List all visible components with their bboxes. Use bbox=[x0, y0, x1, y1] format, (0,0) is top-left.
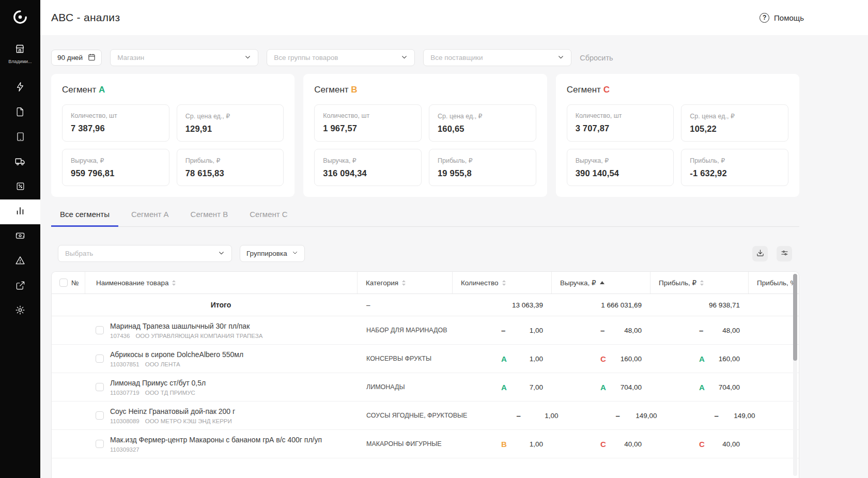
stat-avg-price: Ср. цена ед., ₽105,22 bbox=[681, 104, 788, 142]
tab-segment-c[interactable]: Сегмент C bbox=[241, 208, 296, 227]
table-row[interactable]: Маринад Трапеза шашлычный 30г пл/пак 107… bbox=[52, 316, 799, 345]
sliders-icon bbox=[781, 249, 788, 258]
segment-card-a: Сегмент A Количество, шт7 387,96 Ср. цен… bbox=[51, 74, 295, 197]
content: 90 дней Магазин Все группы товаров Все п… bbox=[40, 35, 868, 478]
product-code: 110307719 bbox=[110, 390, 140, 396]
table-settings-button[interactable] bbox=[777, 246, 792, 261]
product-code: 107436 bbox=[110, 333, 130, 339]
stat-avg-price: Ср. цена ед., ₽129,91 bbox=[177, 104, 284, 142]
sort-icon bbox=[172, 280, 176, 286]
truck-icon bbox=[15, 156, 26, 169]
reset-filters-link[interactable]: Сбросить bbox=[580, 54, 613, 62]
table-row[interactable]: Мак.изд Фермер-центр Макароны с бананом … bbox=[52, 430, 799, 458]
product-category: МАКАРОНЫ ФИГУРНЫЕ bbox=[357, 440, 452, 448]
store-select-placeholder: Магазин bbox=[117, 54, 144, 61]
sidebar: Владими... bbox=[0, 0, 40, 478]
grouping-label: Группировка bbox=[246, 250, 287, 257]
choose-products-select[interactable]: Выбрать bbox=[58, 245, 232, 262]
revenue-segment: C bbox=[600, 354, 606, 363]
row-checkbox[interactable] bbox=[96, 383, 104, 391]
table-row[interactable]: Абрикосы в сиропе DolcheAlbero 550мл 110… bbox=[52, 345, 799, 373]
quantity-value: 7,00 bbox=[530, 383, 543, 391]
column-header-profit-percent[interactable]: Прибыль, % bbox=[748, 272, 799, 294]
table-controls: Выбрать Группировка bbox=[51, 245, 799, 262]
export-button[interactable] bbox=[752, 246, 768, 261]
suppliers-placeholder: Все поставщики bbox=[430, 54, 483, 61]
chevron-down-icon bbox=[244, 54, 251, 62]
sidebar-item-payments[interactable] bbox=[0, 224, 40, 249]
quantity-segment: A bbox=[501, 383, 507, 392]
profit-segment: A bbox=[699, 383, 705, 392]
sidebar-item-alerts[interactable] bbox=[0, 249, 40, 274]
quantity-value: 1,00 bbox=[530, 355, 543, 363]
product-groups-select[interactable]: Все группы товаров bbox=[267, 49, 415, 66]
column-header-quantity[interactable]: Количество bbox=[452, 272, 551, 294]
revenue-value: 704,00 bbox=[621, 383, 642, 391]
chevron-down-icon bbox=[292, 250, 298, 257]
stat-profit: Прибыль, ₽19 955,8 bbox=[429, 149, 536, 186]
quantity-segment: – bbox=[501, 326, 505, 335]
column-header-name[interactable]: Наименование товара bbox=[85, 272, 357, 294]
help-button[interactable]: ? Помощь bbox=[760, 13, 804, 23]
profit-value: 704,00 bbox=[719, 383, 740, 391]
revenue-value: 149,00 bbox=[636, 412, 657, 420]
grouping-select[interactable]: Группировка bbox=[240, 245, 305, 262]
product-name: Абрикосы в сиропе DolcheAlbero 550мл bbox=[110, 350, 243, 359]
warning-icon bbox=[15, 255, 25, 268]
column-header-profit[interactable]: Прибыль, ₽ bbox=[650, 272, 748, 294]
product-supplier: ООО ЛЕНТА bbox=[145, 361, 180, 367]
suppliers-select[interactable]: Все поставщики bbox=[423, 49, 571, 66]
document-icon bbox=[16, 107, 25, 119]
products-table: № Наименование товара Категория Количест… bbox=[51, 271, 799, 478]
wallet-icon bbox=[15, 230, 25, 243]
sidebar-item-promotions[interactable] bbox=[0, 175, 40, 199]
product-groups-placeholder: Все группы товаров bbox=[274, 54, 338, 61]
tablet-icon bbox=[16, 132, 25, 144]
tab-segment-a[interactable]: Сегмент A bbox=[122, 208, 178, 227]
row-checkbox[interactable] bbox=[96, 326, 104, 334]
stat-profit: Прибыль, ₽78 615,83 bbox=[177, 149, 284, 186]
external-link-icon bbox=[16, 281, 25, 292]
column-header-revenue[interactable]: Выручка, ₽ bbox=[551, 272, 650, 294]
lightning-icon bbox=[15, 82, 25, 94]
tab-all-segments[interactable]: Все сегменты bbox=[51, 208, 118, 227]
column-header-category[interactable]: Категория bbox=[357, 272, 452, 294]
revenue-segment: – bbox=[615, 411, 619, 420]
table-row[interactable]: Соус Heinz Гранатовый дой-пак 200 г 1103… bbox=[52, 402, 799, 430]
row-checkbox[interactable] bbox=[96, 411, 104, 420]
app-root: Владими... bbox=[0, 0, 868, 478]
period-label: 90 дней bbox=[57, 54, 83, 61]
sidebar-item-supply[interactable] bbox=[0, 150, 40, 175]
quantity-value: 1,00 bbox=[530, 440, 543, 448]
sidebar-item-devices[interactable] bbox=[0, 125, 40, 150]
sidebar-item-abc-analysis[interactable] bbox=[0, 199, 40, 224]
product-supplier: ООО МЕТРО КЭШ ЭНД КЕРРИ bbox=[145, 418, 232, 424]
discount-icon bbox=[16, 181, 25, 193]
main-area: АВС - анализ ? Помощь 90 дней Магазин Вс… bbox=[40, 0, 868, 478]
sidebar-item-documents[interactable] bbox=[0, 100, 40, 125]
select-all-checkbox[interactable] bbox=[59, 279, 68, 287]
stat-quantity: Количество, шт7 387,96 bbox=[62, 104, 169, 142]
totals-label: Итого bbox=[85, 301, 357, 309]
sidebar-item-store[interactable]: Владими... bbox=[8, 43, 32, 64]
product-name: Мак.изд Фермер-центр Макароны с бананом … bbox=[110, 436, 322, 444]
page-title: АВС - анализ bbox=[51, 11, 120, 24]
sidebar-item-external[interactable] bbox=[0, 274, 40, 299]
sidebar-item-quick-actions[interactable] bbox=[0, 75, 40, 100]
scrollbar-thumb[interactable] bbox=[793, 274, 797, 361]
column-header-number: № bbox=[52, 272, 85, 294]
stat-quantity: Количество, шт3 707,87 bbox=[567, 104, 674, 142]
profit-value: 149,00 bbox=[734, 412, 755, 420]
period-button[interactable]: 90 дней bbox=[51, 50, 102, 66]
row-checkbox[interactable] bbox=[96, 354, 104, 363]
totals-category: – bbox=[357, 301, 452, 309]
profit-segment: C bbox=[699, 440, 705, 449]
row-checkbox[interactable] bbox=[96, 440, 104, 448]
table-row[interactable]: Лимонад Примус ст/бут 0,5л 110307719ООО … bbox=[52, 373, 799, 402]
store-select[interactable]: Магазин bbox=[110, 49, 258, 66]
sidebar-item-settings[interactable] bbox=[0, 299, 40, 323]
table-scrollbar[interactable] bbox=[793, 274, 797, 476]
tab-segment-b[interactable]: Сегмент B bbox=[182, 208, 237, 227]
stat-profit: Прибыль, ₽-1 632,92 bbox=[681, 149, 788, 186]
sort-icon bbox=[700, 280, 704, 286]
